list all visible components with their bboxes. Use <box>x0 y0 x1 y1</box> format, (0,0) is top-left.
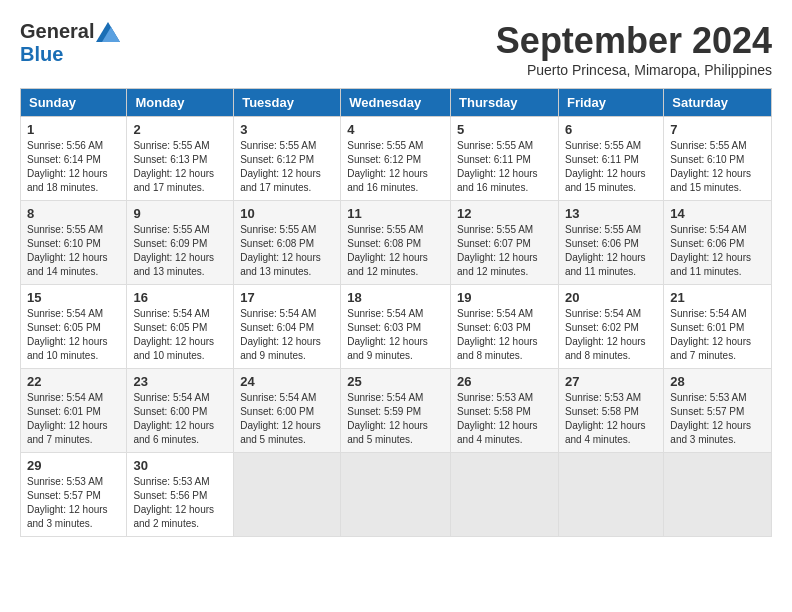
day-number: 26 <box>457 374 552 389</box>
calendar-cell: 30Sunrise: 5:53 AM Sunset: 5:56 PM Dayli… <box>127 453 234 537</box>
calendar-cell: 29Sunrise: 5:53 AM Sunset: 5:57 PM Dayli… <box>21 453 127 537</box>
day-info: Sunrise: 5:55 AM Sunset: 6:11 PM Dayligh… <box>565 139 657 195</box>
calendar-cell: 3Sunrise: 5:55 AM Sunset: 6:12 PM Daylig… <box>234 117 341 201</box>
day-number: 28 <box>670 374 765 389</box>
day-number: 14 <box>670 206 765 221</box>
day-number: 23 <box>133 374 227 389</box>
calendar-cell: 24Sunrise: 5:54 AM Sunset: 6:00 PM Dayli… <box>234 369 341 453</box>
weekday-header-friday: Friday <box>558 89 663 117</box>
calendar-cell: 26Sunrise: 5:53 AM Sunset: 5:58 PM Dayli… <box>451 369 559 453</box>
calendar-cell: 25Sunrise: 5:54 AM Sunset: 5:59 PM Dayli… <box>341 369 451 453</box>
calendar-cell: 18Sunrise: 5:54 AM Sunset: 6:03 PM Dayli… <box>341 285 451 369</box>
day-number: 15 <box>27 290 120 305</box>
weekday-header-saturday: Saturday <box>664 89 772 117</box>
weekday-header-tuesday: Tuesday <box>234 89 341 117</box>
day-info: Sunrise: 5:54 AM Sunset: 5:59 PM Dayligh… <box>347 391 444 447</box>
day-number: 27 <box>565 374 657 389</box>
calendar-cell: 15Sunrise: 5:54 AM Sunset: 6:05 PM Dayli… <box>21 285 127 369</box>
calendar-cell: 21Sunrise: 5:54 AM Sunset: 6:01 PM Dayli… <box>664 285 772 369</box>
calendar-cell: 22Sunrise: 5:54 AM Sunset: 6:01 PM Dayli… <box>21 369 127 453</box>
logo-general-text: General <box>20 20 94 43</box>
day-info: Sunrise: 5:54 AM Sunset: 6:05 PM Dayligh… <box>27 307 120 363</box>
day-info: Sunrise: 5:56 AM Sunset: 6:14 PM Dayligh… <box>27 139 120 195</box>
day-number: 29 <box>27 458 120 473</box>
calendar-cell: 23Sunrise: 5:54 AM Sunset: 6:00 PM Dayli… <box>127 369 234 453</box>
calendar-cell: 5Sunrise: 5:55 AM Sunset: 6:11 PM Daylig… <box>451 117 559 201</box>
day-number: 7 <box>670 122 765 137</box>
day-number: 4 <box>347 122 444 137</box>
day-info: Sunrise: 5:55 AM Sunset: 6:12 PM Dayligh… <box>347 139 444 195</box>
day-info: Sunrise: 5:55 AM Sunset: 6:07 PM Dayligh… <box>457 223 552 279</box>
day-info: Sunrise: 5:54 AM Sunset: 6:06 PM Dayligh… <box>670 223 765 279</box>
day-number: 16 <box>133 290 227 305</box>
day-number: 8 <box>27 206 120 221</box>
calendar-cell <box>341 453 451 537</box>
day-number: 1 <box>27 122 120 137</box>
day-info: Sunrise: 5:55 AM Sunset: 6:11 PM Dayligh… <box>457 139 552 195</box>
day-number: 21 <box>670 290 765 305</box>
day-number: 12 <box>457 206 552 221</box>
day-number: 11 <box>347 206 444 221</box>
day-info: Sunrise: 5:55 AM Sunset: 6:08 PM Dayligh… <box>347 223 444 279</box>
calendar-cell: 1Sunrise: 5:56 AM Sunset: 6:14 PM Daylig… <box>21 117 127 201</box>
day-number: 30 <box>133 458 227 473</box>
day-number: 24 <box>240 374 334 389</box>
day-number: 19 <box>457 290 552 305</box>
day-info: Sunrise: 5:54 AM Sunset: 6:03 PM Dayligh… <box>347 307 444 363</box>
day-info: Sunrise: 5:54 AM Sunset: 6:04 PM Dayligh… <box>240 307 334 363</box>
day-info: Sunrise: 5:54 AM Sunset: 6:01 PM Dayligh… <box>27 391 120 447</box>
calendar-cell: 28Sunrise: 5:53 AM Sunset: 5:57 PM Dayli… <box>664 369 772 453</box>
month-title: September 2024 <box>496 20 772 62</box>
weekday-header-thursday: Thursday <box>451 89 559 117</box>
day-info: Sunrise: 5:53 AM Sunset: 5:56 PM Dayligh… <box>133 475 227 531</box>
day-info: Sunrise: 5:53 AM Sunset: 5:57 PM Dayligh… <box>27 475 120 531</box>
page-header: General Blue September 2024 Puerto Princ… <box>20 20 772 78</box>
calendar-cell: 8Sunrise: 5:55 AM Sunset: 6:10 PM Daylig… <box>21 201 127 285</box>
day-info: Sunrise: 5:55 AM Sunset: 6:12 PM Dayligh… <box>240 139 334 195</box>
day-info: Sunrise: 5:55 AM Sunset: 6:06 PM Dayligh… <box>565 223 657 279</box>
weekday-header-monday: Monday <box>127 89 234 117</box>
day-info: Sunrise: 5:53 AM Sunset: 5:58 PM Dayligh… <box>457 391 552 447</box>
calendar-cell: 6Sunrise: 5:55 AM Sunset: 6:11 PM Daylig… <box>558 117 663 201</box>
day-number: 9 <box>133 206 227 221</box>
calendar-cell: 2Sunrise: 5:55 AM Sunset: 6:13 PM Daylig… <box>127 117 234 201</box>
day-number: 3 <box>240 122 334 137</box>
calendar-cell <box>664 453 772 537</box>
calendar-cell: 17Sunrise: 5:54 AM Sunset: 6:04 PM Dayli… <box>234 285 341 369</box>
day-info: Sunrise: 5:54 AM Sunset: 6:00 PM Dayligh… <box>240 391 334 447</box>
calendar-cell: 4Sunrise: 5:55 AM Sunset: 6:12 PM Daylig… <box>341 117 451 201</box>
day-info: Sunrise: 5:55 AM Sunset: 6:08 PM Dayligh… <box>240 223 334 279</box>
day-number: 17 <box>240 290 334 305</box>
weekday-header-wednesday: Wednesday <box>341 89 451 117</box>
title-section: September 2024 Puerto Princesa, Mimaropa… <box>496 20 772 78</box>
day-info: Sunrise: 5:55 AM Sunset: 6:09 PM Dayligh… <box>133 223 227 279</box>
day-number: 25 <box>347 374 444 389</box>
day-info: Sunrise: 5:53 AM Sunset: 5:57 PM Dayligh… <box>670 391 765 447</box>
calendar-cell: 11Sunrise: 5:55 AM Sunset: 6:08 PM Dayli… <box>341 201 451 285</box>
calendar-cell: 16Sunrise: 5:54 AM Sunset: 6:05 PM Dayli… <box>127 285 234 369</box>
weekday-header-sunday: Sunday <box>21 89 127 117</box>
day-info: Sunrise: 5:55 AM Sunset: 6:10 PM Dayligh… <box>27 223 120 279</box>
day-info: Sunrise: 5:54 AM Sunset: 6:00 PM Dayligh… <box>133 391 227 447</box>
logo: General Blue <box>20 20 120 66</box>
calendar-cell <box>558 453 663 537</box>
calendar-cell: 10Sunrise: 5:55 AM Sunset: 6:08 PM Dayli… <box>234 201 341 285</box>
day-number: 10 <box>240 206 334 221</box>
calendar-cell <box>234 453 341 537</box>
day-info: Sunrise: 5:53 AM Sunset: 5:58 PM Dayligh… <box>565 391 657 447</box>
calendar-cell: 9Sunrise: 5:55 AM Sunset: 6:09 PM Daylig… <box>127 201 234 285</box>
calendar-cell: 13Sunrise: 5:55 AM Sunset: 6:06 PM Dayli… <box>558 201 663 285</box>
location-text: Puerto Princesa, Mimaropa, Philippines <box>496 62 772 78</box>
day-number: 5 <box>457 122 552 137</box>
day-info: Sunrise: 5:55 AM Sunset: 6:13 PM Dayligh… <box>133 139 227 195</box>
calendar-cell: 27Sunrise: 5:53 AM Sunset: 5:58 PM Dayli… <box>558 369 663 453</box>
calendar-cell <box>451 453 559 537</box>
calendar-table: SundayMondayTuesdayWednesdayThursdayFrid… <box>20 88 772 537</box>
logo-icon <box>96 22 120 42</box>
logo-blue-text: Blue <box>20 43 63 66</box>
day-number: 2 <box>133 122 227 137</box>
calendar-cell: 20Sunrise: 5:54 AM Sunset: 6:02 PM Dayli… <box>558 285 663 369</box>
calendar-cell: 14Sunrise: 5:54 AM Sunset: 6:06 PM Dayli… <box>664 201 772 285</box>
day-info: Sunrise: 5:54 AM Sunset: 6:05 PM Dayligh… <box>133 307 227 363</box>
day-info: Sunrise: 5:54 AM Sunset: 6:03 PM Dayligh… <box>457 307 552 363</box>
